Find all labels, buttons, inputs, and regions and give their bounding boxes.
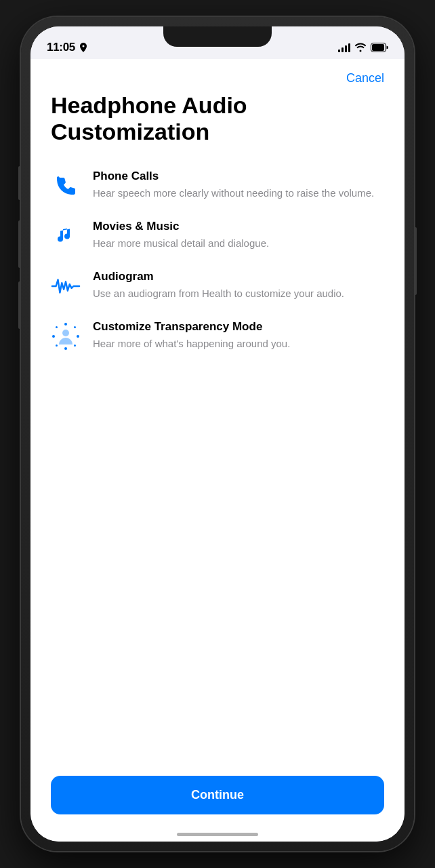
location-icon (79, 43, 87, 52)
battery-icon (371, 43, 388, 52)
wifi-icon (354, 43, 367, 52)
phone-calls-desc: Hear speech more clearly without needing… (93, 186, 374, 200)
phone-icon (51, 171, 81, 201)
feature-list: Phone Calls Hear speech more clearly wit… (51, 170, 384, 762)
feature-item-transparency: Customize Transparency Mode Hear more of… (51, 320, 384, 351)
audiogram-title: Audiogram (93, 270, 344, 283)
svg-point-4 (64, 347, 67, 350)
status-time: 11:05 (47, 41, 75, 54)
page-title: Headphone Audio Customization (51, 92, 384, 145)
continue-button[interactable]: Continue (51, 776, 384, 814)
audiogram-desc: Use an audiogram from Health to customiz… (93, 286, 344, 300)
music-icon (51, 221, 81, 251)
transparency-icon (51, 321, 81, 351)
home-indicator (177, 833, 258, 836)
svg-point-10 (74, 344, 76, 347)
transparency-title: Customize Transparency Mode (93, 320, 290, 334)
movies-music-desc: Hear more musical detail and dialogue. (93, 236, 269, 250)
movies-music-title: Movies & Music (93, 220, 269, 233)
svg-point-9 (56, 344, 58, 347)
main-content: Cancel Headphone Audio Customization Pho… (30, 59, 405, 842)
svg-point-3 (64, 323, 67, 326)
svg-point-7 (56, 326, 58, 328)
svg-point-2 (62, 330, 69, 336)
notch (163, 26, 272, 47)
audiogram-icon (51, 271, 81, 301)
svg-point-5 (52, 335, 55, 338)
feature-item-audiogram: Audiogram Use an audiogram from Health t… (51, 270, 384, 301)
status-icons (338, 43, 388, 52)
feature-item-phone-calls: Phone Calls Hear speech more clearly wit… (51, 170, 384, 201)
svg-point-8 (74, 326, 76, 328)
svg-point-6 (77, 335, 79, 338)
transparency-desc: Hear more of what's happening around you… (93, 336, 290, 351)
phone-frame: 11:05 (21, 17, 414, 851)
signal-bars (338, 43, 350, 52)
phone-screen: 11:05 (30, 26, 405, 842)
svg-rect-1 (372, 44, 384, 51)
cancel-row: Cancel (51, 71, 384, 85)
feature-item-movies-music: Movies & Music Hear more musical detail … (51, 220, 384, 251)
phone-calls-title: Phone Calls (93, 170, 374, 183)
cancel-button[interactable]: Cancel (346, 71, 384, 85)
